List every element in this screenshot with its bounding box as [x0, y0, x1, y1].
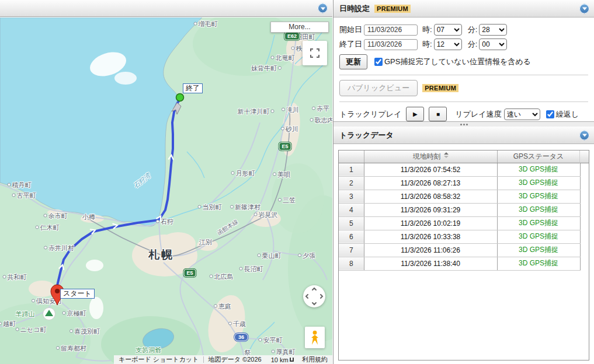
splitter-grip-icon [463, 124, 465, 125]
settings-pane: 日時設定 PREMIUM 開始日 時: 07 分: 28 終了日 時: 12 分… [333, 0, 594, 364]
start-minute-label: 分: [468, 24, 478, 35]
replay-speed-select[interactable]: 速い [504, 108, 540, 120]
scale-label: 10 km [266, 356, 290, 363]
repeat-checkbox[interactable] [546, 110, 554, 118]
start-marker-label: スタート [60, 289, 95, 299]
more-button[interactable]: More... [270, 22, 329, 33]
table-row[interactable]: 111/3/2026 07:54:523D GPS捕捉 [339, 163, 580, 176]
datetime-title: 日時設定 [339, 4, 370, 14]
status-column-header[interactable]: GPSステータス [497, 150, 580, 163]
end-minute-select[interactable]: 00 [479, 38, 507, 50]
local-time-cell: 11/3/2026 08:58:32 [364, 190, 497, 203]
table-row[interactable]: 611/3/2026 10:33:383D GPS捕捉 [339, 230, 580, 243]
map-attribution-bar: キーボード ショートカット 地図データ ©2026 10 km 利用規約 [114, 355, 332, 364]
pan-arrows-icon [303, 285, 325, 307]
row-index-cell: 5 [339, 216, 364, 230]
fullscreen-icon [310, 48, 319, 58]
collapse-map-panel-button[interactable] [318, 4, 328, 13]
terms-link[interactable]: 利用規約 [297, 355, 332, 364]
local-time-cell: 11/3/2026 11:06:26 [364, 243, 497, 257]
pan-control[interactable] [303, 285, 325, 307]
table-row[interactable]: 811/3/2026 11:38:403D GPS捕捉 [339, 257, 580, 270]
repeat-label: 繰返し [556, 109, 579, 120]
row-index-cell: 1 [339, 163, 364, 176]
public-view-button[interactable]: パブリックビュー [339, 80, 418, 96]
start-date-input[interactable] [364, 24, 418, 36]
trackdata-table-area: 現地時刻 GPSステータス 111/3/2026 07:54:523D GPS捕… [334, 144, 594, 364]
public-view-row: パブリックビュー PREMIUM [339, 80, 588, 96]
pegman-control[interactable] [305, 327, 325, 348]
datetime-section-header: 日時設定 PREMIUM [334, 0, 594, 18]
local-time-cell: 11/3/2026 10:02:19 [364, 216, 497, 230]
local-time-cell: 11/3/2026 07:54:52 [364, 163, 497, 176]
divider [339, 75, 588, 75]
collapse-trackdata-button[interactable] [579, 130, 589, 140]
row-index-cell: 4 [339, 203, 364, 216]
local-time-cell: 11/3/2026 11:38:40 [364, 257, 497, 270]
gps-status-cell: 3D GPS捕捉 [497, 230, 580, 243]
end-hour-select[interactable]: 12 [434, 38, 462, 50]
row-index-cell: 2 [339, 176, 364, 190]
row-index-cell: 8 [339, 257, 364, 270]
gps-status-cell: 3D GPS捕捉 [497, 257, 580, 270]
replay-play-button[interactable]: ▶ [406, 107, 424, 121]
gps-status-cell: 3D GPS捕捉 [497, 243, 580, 257]
map-markers [0, 18, 332, 364]
update-row: 更新 GPS捕捉完了していない位置情報を含める [339, 54, 588, 69]
index-column-header [339, 150, 364, 163]
start-minute-select[interactable]: 28 [479, 24, 507, 36]
trackdata-table: 現地時刻 GPSステータス 111/3/2026 07:54:523D GPS捕… [338, 150, 589, 360]
row-index-cell: 3 [339, 190, 364, 203]
end-date-label: 終了日 [339, 39, 362, 50]
stop-icon: ■ [436, 111, 440, 117]
trackdata-title: トラックデータ [339, 130, 394, 141]
local-time-cell: 11/3/2026 08:27:13 [364, 176, 497, 190]
local-time-cell: 11/3/2026 10:33:38 [364, 230, 497, 243]
collapse-datetime-button[interactable] [579, 4, 589, 13]
map-collapse-bar [0, 0, 332, 17]
start-hour-label: 時: [422, 24, 432, 35]
end-date-row: 終了日 時: 12 分: 00 [339, 38, 588, 50]
start-date-label: 開始日 [339, 24, 362, 35]
pegman-icon [309, 330, 321, 345]
keyboard-shortcuts-link[interactable]: キーボード ショートカット [114, 355, 203, 364]
row-index-cell: 7 [339, 243, 364, 257]
track-replay-label: トラックリプレイ [339, 109, 401, 120]
table-row[interactable]: 511/3/2026 10:02:193D GPS捕捉 [339, 216, 580, 230]
fullscreen-button[interactable] [303, 41, 327, 65]
end-hour-label: 時: [422, 39, 432, 50]
datetime-form: 開始日 時: 07 分: 28 終了日 時: 12 分: 00 更新 GPS捕捉… [334, 18, 594, 121]
local-time-cell: 11/3/2026 09:31:29 [364, 203, 497, 216]
end-date-input[interactable] [364, 39, 418, 50]
trackdata-section-header: トラックデータ [334, 127, 594, 144]
table-row[interactable]: 211/3/2026 08:27:133D GPS捕捉 [339, 176, 580, 190]
track-replay-row: トラックリプレイ ▶ ■ リプレイ速度 速い 繰返し [339, 107, 588, 121]
premium-badge: PREMIUM [374, 5, 411, 13]
replay-speed-label: リプレイ速度 [455, 109, 501, 120]
gps-status-cell: 3D GPS捕捉 [497, 163, 580, 176]
time-column-header[interactable]: 現地時刻 [364, 150, 497, 163]
map-pane: 増毛町沼田町秩北竜町妹背牛町新十津川町滝川赤平歌志内砂川月形町美唄三笠当別町新篠… [0, 0, 332, 364]
map-data-copyright: 地図データ ©2026 [203, 355, 266, 364]
start-hour-select[interactable]: 07 [434, 24, 462, 36]
include-gps-checkbox[interactable] [374, 58, 383, 66]
end-marker-icon [176, 94, 184, 102]
end-marker-label: 終了 [183, 83, 203, 93]
gps-status-cell: 3D GPS捕捉 [497, 190, 580, 203]
end-minute-label: 分: [468, 39, 478, 50]
row-index-cell: 6 [339, 230, 364, 243]
gps-status-cell: 3D GPS捕捉 [497, 216, 580, 230]
scrollbar-gutter [579, 150, 589, 163]
premium-badge: PREMIUM [422, 84, 458, 92]
table-row[interactable]: 311/3/2026 08:58:323D GPS捕捉 [339, 190, 580, 203]
table-row[interactable]: 711/3/2026 11:06:263D GPS捕捉 [339, 243, 580, 257]
map-canvas[interactable]: 増毛町沼田町秩北竜町妹背牛町新十津川町滝川赤平歌志内砂川月形町美唄三笠当別町新篠… [0, 18, 332, 364]
update-button[interactable]: 更新 [339, 54, 367, 69]
replay-stop-button[interactable]: ■ [429, 107, 447, 121]
end-flag-icon [172, 103, 181, 114]
table-row[interactable]: 411/3/2026 09:31:293D GPS捕捉 [339, 203, 580, 216]
table-header-row: 現地時刻 GPSステータス [339, 150, 580, 163]
gps-status-cell: 3D GPS捕捉 [497, 176, 580, 190]
panel-splitter[interactable] [334, 121, 594, 127]
divider [339, 102, 588, 102]
